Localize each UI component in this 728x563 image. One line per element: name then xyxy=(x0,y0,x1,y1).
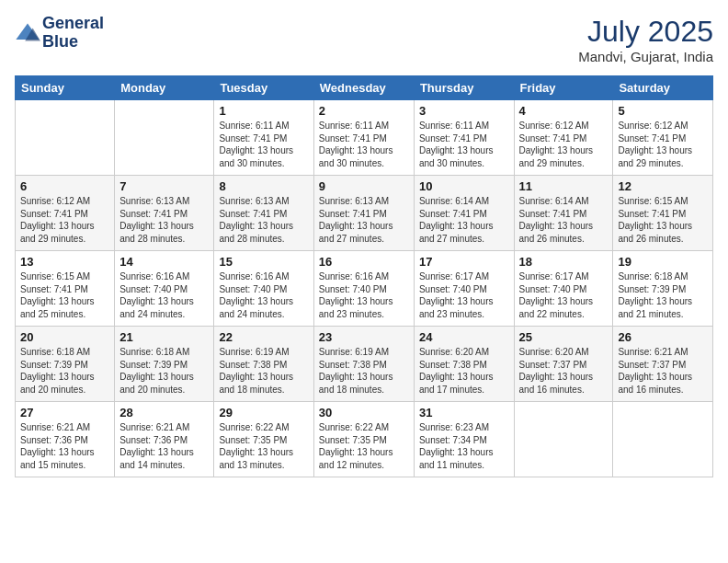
logo: General Blue xyxy=(15,15,104,52)
day-info: Sunrise: 6:12 AM Sunset: 7:41 PM Dayligh… xyxy=(20,195,109,245)
day-info: Sunrise: 6:11 AM Sunset: 7:41 PM Dayligh… xyxy=(419,120,509,169)
calendar-cell xyxy=(16,100,115,176)
calendar-cell: 16Sunrise: 6:16 AM Sunset: 7:40 PM Dayli… xyxy=(313,251,414,327)
calendar-cell: 26Sunrise: 6:21 AM Sunset: 7:37 PM Dayli… xyxy=(613,327,713,402)
day-number: 31 xyxy=(419,406,509,419)
calendar-cell: 17Sunrise: 6:17 AM Sunset: 7:40 PM Dayli… xyxy=(414,251,514,327)
column-header-thursday: Thursday xyxy=(414,76,514,100)
calendar-cell xyxy=(613,402,713,477)
day-info: Sunrise: 6:15 AM Sunset: 7:41 PM Dayligh… xyxy=(618,195,708,245)
calendar-cell: 20Sunrise: 6:18 AM Sunset: 7:39 PM Dayli… xyxy=(16,327,115,402)
calendar-cell: 24Sunrise: 6:20 AM Sunset: 7:38 PM Dayli… xyxy=(414,327,514,402)
day-info: Sunrise: 6:16 AM Sunset: 7:40 PM Dayligh… xyxy=(219,270,308,320)
calendar-cell: 14Sunrise: 6:16 AM Sunset: 7:40 PM Dayli… xyxy=(115,251,214,327)
calendar-cell: 4Sunrise: 6:12 AM Sunset: 7:41 PM Daylig… xyxy=(514,100,613,176)
day-info: Sunrise: 6:13 AM Sunset: 7:41 PM Dayligh… xyxy=(219,195,308,245)
day-number: 12 xyxy=(618,179,708,193)
day-number: 14 xyxy=(119,255,209,269)
column-header-wednesday: Wednesday xyxy=(313,76,414,100)
day-number: 18 xyxy=(519,255,609,269)
calendar-cell: 18Sunrise: 6:17 AM Sunset: 7:40 PM Dayli… xyxy=(514,251,613,327)
day-number: 15 xyxy=(219,255,308,269)
calendar-cell: 7Sunrise: 6:13 AM Sunset: 7:41 PM Daylig… xyxy=(115,176,214,251)
day-info: Sunrise: 6:22 AM Sunset: 7:35 PM Dayligh… xyxy=(319,421,409,471)
day-number: 28 xyxy=(119,406,209,419)
month-title: July 2025 xyxy=(578,15,713,49)
day-number: 25 xyxy=(519,330,609,344)
day-info: Sunrise: 6:11 AM Sunset: 7:41 PM Dayligh… xyxy=(319,120,409,169)
day-number: 26 xyxy=(618,330,708,344)
day-info: Sunrise: 6:20 AM Sunset: 7:38 PM Dayligh… xyxy=(419,346,509,396)
calendar-week-row: 13Sunrise: 6:15 AM Sunset: 7:41 PM Dayli… xyxy=(16,251,713,327)
day-info: Sunrise: 6:21 AM Sunset: 7:37 PM Dayligh… xyxy=(618,346,708,396)
logo-line1: General xyxy=(42,15,104,33)
calendar-cell: 25Sunrise: 6:20 AM Sunset: 7:37 PM Dayli… xyxy=(514,327,613,402)
day-number: 30 xyxy=(319,406,409,419)
day-number: 3 xyxy=(419,104,509,118)
calendar-week-row: 1Sunrise: 6:11 AM Sunset: 7:41 PM Daylig… xyxy=(16,100,713,176)
calendar-cell: 10Sunrise: 6:14 AM Sunset: 7:41 PM Dayli… xyxy=(414,176,514,251)
day-number: 2 xyxy=(319,104,409,118)
calendar-cell: 21Sunrise: 6:18 AM Sunset: 7:39 PM Dayli… xyxy=(115,327,214,402)
day-number: 21 xyxy=(119,330,209,344)
calendar-cell: 29Sunrise: 6:22 AM Sunset: 7:35 PM Dayli… xyxy=(214,402,313,477)
calendar-cell: 5Sunrise: 6:12 AM Sunset: 7:41 PM Daylig… xyxy=(613,100,713,176)
calendar-cell: 15Sunrise: 6:16 AM Sunset: 7:40 PM Dayli… xyxy=(214,251,313,327)
logo-icon xyxy=(15,20,40,46)
calendar-cell: 23Sunrise: 6:19 AM Sunset: 7:38 PM Dayli… xyxy=(313,327,414,402)
day-number: 23 xyxy=(319,330,409,344)
day-number: 11 xyxy=(519,179,609,193)
calendar-cell: 8Sunrise: 6:13 AM Sunset: 7:41 PM Daylig… xyxy=(214,176,313,251)
day-info: Sunrise: 6:19 AM Sunset: 7:38 PM Dayligh… xyxy=(219,346,308,396)
calendar-cell: 27Sunrise: 6:21 AM Sunset: 7:36 PM Dayli… xyxy=(16,402,115,477)
calendar-cell: 9Sunrise: 6:13 AM Sunset: 7:41 PM Daylig… xyxy=(313,176,414,251)
day-number: 20 xyxy=(20,330,109,344)
day-info: Sunrise: 6:11 AM Sunset: 7:41 PM Dayligh… xyxy=(219,120,308,169)
calendar-cell xyxy=(514,402,613,477)
day-info: Sunrise: 6:18 AM Sunset: 7:39 PM Dayligh… xyxy=(20,346,109,396)
header: General Blue July 2025 Mandvi, Gujarat, … xyxy=(15,15,713,64)
day-number: 13 xyxy=(20,255,109,269)
calendar-cell: 3Sunrise: 6:11 AM Sunset: 7:41 PM Daylig… xyxy=(414,100,514,176)
day-number: 27 xyxy=(20,406,109,419)
day-info: Sunrise: 6:16 AM Sunset: 7:40 PM Dayligh… xyxy=(119,270,209,320)
logo-text: General Blue xyxy=(42,15,104,52)
day-number: 6 xyxy=(20,179,109,193)
column-header-monday: Monday xyxy=(115,76,214,100)
day-info: Sunrise: 6:19 AM Sunset: 7:38 PM Dayligh… xyxy=(319,346,409,396)
calendar-cell: 30Sunrise: 6:22 AM Sunset: 7:35 PM Dayli… xyxy=(313,402,414,477)
day-info: Sunrise: 6:21 AM Sunset: 7:36 PM Dayligh… xyxy=(20,421,109,471)
calendar-cell: 28Sunrise: 6:21 AM Sunset: 7:36 PM Dayli… xyxy=(115,402,214,477)
calendar-week-row: 20Sunrise: 6:18 AM Sunset: 7:39 PM Dayli… xyxy=(16,327,713,402)
day-number: 7 xyxy=(119,179,209,193)
day-info: Sunrise: 6:18 AM Sunset: 7:39 PM Dayligh… xyxy=(119,346,209,396)
day-info: Sunrise: 6:17 AM Sunset: 7:40 PM Dayligh… xyxy=(419,270,509,320)
day-info: Sunrise: 6:18 AM Sunset: 7:39 PM Dayligh… xyxy=(618,270,708,320)
day-info: Sunrise: 6:12 AM Sunset: 7:41 PM Dayligh… xyxy=(618,120,708,169)
page-container: General Blue July 2025 Mandvi, Gujarat, … xyxy=(0,0,728,487)
day-info: Sunrise: 6:20 AM Sunset: 7:37 PM Dayligh… xyxy=(519,346,609,396)
day-number: 1 xyxy=(219,104,308,118)
day-info: Sunrise: 6:15 AM Sunset: 7:41 PM Dayligh… xyxy=(20,270,109,320)
calendar-header-row: SundayMondayTuesdayWednesdayThursdayFrid… xyxy=(16,76,713,100)
column-header-friday: Friday xyxy=(514,76,613,100)
day-info: Sunrise: 6:22 AM Sunset: 7:35 PM Dayligh… xyxy=(219,421,308,471)
day-number: 5 xyxy=(618,104,708,118)
column-header-saturday: Saturday xyxy=(613,76,713,100)
calendar-cell: 22Sunrise: 6:19 AM Sunset: 7:38 PM Dayli… xyxy=(214,327,313,402)
calendar-cell: 12Sunrise: 6:15 AM Sunset: 7:41 PM Dayli… xyxy=(613,176,713,251)
calendar-cell: 31Sunrise: 6:23 AM Sunset: 7:34 PM Dayli… xyxy=(414,402,514,477)
day-number: 29 xyxy=(219,406,308,419)
day-number: 4 xyxy=(519,104,609,118)
calendar-week-row: 6Sunrise: 6:12 AM Sunset: 7:41 PM Daylig… xyxy=(16,176,713,251)
day-number: 24 xyxy=(419,330,509,344)
day-number: 17 xyxy=(419,255,509,269)
calendar-cell: 13Sunrise: 6:15 AM Sunset: 7:41 PM Dayli… xyxy=(16,251,115,327)
day-info: Sunrise: 6:13 AM Sunset: 7:41 PM Dayligh… xyxy=(119,195,209,245)
day-info: Sunrise: 6:17 AM Sunset: 7:40 PM Dayligh… xyxy=(519,270,609,320)
day-number: 9 xyxy=(319,179,409,193)
day-info: Sunrise: 6:14 AM Sunset: 7:41 PM Dayligh… xyxy=(419,195,509,245)
logo-line2: Blue xyxy=(42,33,104,52)
column-header-tuesday: Tuesday xyxy=(214,76,313,100)
day-number: 19 xyxy=(618,255,708,269)
